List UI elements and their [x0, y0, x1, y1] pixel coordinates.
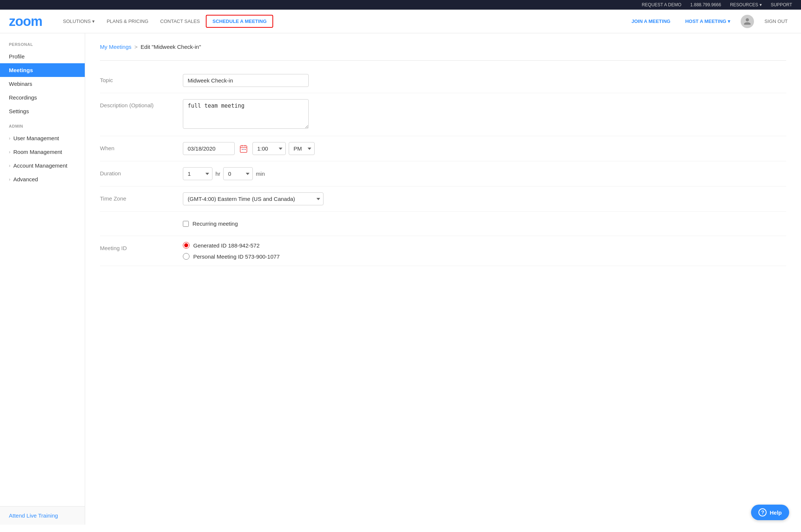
attend-live-training-link[interactable]: Attend Live Training — [9, 512, 58, 519]
chevron-right-icon: › — [9, 149, 10, 155]
meeting-id-options: Generated ID 188-942-572 Personal Meetin… — [183, 242, 786, 260]
sidebar-item-profile[interactable]: Profile — [0, 50, 85, 63]
form-section: Topic Description (Optional) full team m… — [100, 60, 786, 273]
when-row: When — [100, 136, 786, 161]
personal-id-row: Personal Meeting ID 573-900-1077 — [183, 253, 786, 260]
time-select[interactable]: 12:00 12:30 1:00 1:30 2:00 — [252, 142, 286, 155]
help-icon: ? — [758, 508, 767, 516]
topic-input[interactable] — [183, 74, 309, 87]
schedule-meeting-nav[interactable]: SCHEDULE A MEETING — [206, 15, 273, 28]
resources-link[interactable]: RESOURCES ▾ — [730, 2, 762, 7]
support-link[interactable]: SUPPORT — [771, 2, 792, 7]
min-unit-label: min — [256, 171, 265, 177]
description-control: full team meeting — [183, 99, 786, 130]
user-icon — [743, 17, 751, 26]
chevron-right-icon: › — [9, 136, 10, 141]
sidebar-item-room-management[interactable]: › Room Management — [0, 145, 85, 159]
sidebar-item-recordings[interactable]: Recordings — [0, 91, 85, 104]
timezone-control: (GMT-4:00) Eastern Time (US and Canada) … — [183, 192, 786, 205]
sidebar-item-advanced[interactable]: › Advanced — [0, 172, 85, 186]
duration-control: 0 1 2 3 4 hr 0 15 30 45 m — [183, 167, 786, 180]
chevron-down-icon: ▾ — [92, 18, 95, 24]
duration-hr-select[interactable]: 0 1 2 3 4 — [183, 167, 212, 180]
timezone-row: Time Zone (GMT-4:00) Eastern Time (US an… — [100, 186, 786, 212]
sidebar-item-meetings[interactable]: Meetings — [0, 63, 85, 77]
calendar-button[interactable] — [238, 143, 249, 155]
meeting-id-row: Meeting ID Generated ID 188-942-572 Pers… — [100, 236, 786, 266]
nav-links: SOLUTIONS ▾ PLANS & PRICING CONTACT SALE… — [57, 10, 627, 33]
duration-row: Duration 0 1 2 3 4 hr 0 15 — [100, 161, 786, 186]
calendar-icon — [239, 144, 248, 153]
chevron-down-icon: ▾ — [728, 18, 730, 24]
breadcrumb-my-meetings[interactable]: My Meetings — [100, 44, 131, 50]
main-content: My Meetings > Edit "Midweek Check-in" To… — [85, 33, 801, 525]
breadcrumb-separator: > — [134, 44, 138, 50]
sidebar-bottom: Attend Live Training — [0, 506, 85, 525]
topic-label: Topic — [100, 74, 174, 83]
chevron-down-icon: ▾ — [760, 2, 762, 7]
solutions-nav[interactable]: SOLUTIONS ▾ — [57, 10, 101, 33]
breadcrumb: My Meetings > Edit "Midweek Check-in" — [100, 44, 786, 50]
description-row: Description (Optional) full team meeting — [100, 93, 786, 136]
zoom-logo[interactable]: zoom — [9, 14, 42, 29]
breadcrumb-current: Edit "Midweek Check-in" — [141, 44, 201, 50]
date-input[interactable] — [183, 142, 235, 155]
duration-controls: 0 1 2 3 4 hr 0 15 30 45 m — [183, 167, 786, 180]
phone-link[interactable]: 1.888.799.9666 — [690, 2, 721, 7]
avatar[interactable] — [741, 15, 754, 28]
request-demo-link[interactable]: REQUEST A DEMO — [642, 2, 681, 7]
personal-id-label[interactable]: Personal Meeting ID 573-900-1077 — [193, 253, 279, 260]
hr-unit-label: hr — [215, 171, 220, 177]
sidebar-item-webinars[interactable]: Webinars — [0, 77, 85, 91]
help-button[interactable]: ? Help — [751, 505, 789, 520]
sidebar-item-settings[interactable]: Settings — [0, 104, 85, 118]
recurring-checkbox[interactable] — [183, 221, 189, 227]
sidebar-item-user-management[interactable]: › User Management — [0, 131, 85, 145]
main-nav: zoom SOLUTIONS ▾ PLANS & PRICING CONTACT… — [0, 10, 801, 33]
chevron-right-icon: › — [9, 177, 10, 182]
when-controls: 12:00 12:30 1:00 1:30 2:00 AM PM — [183, 142, 786, 155]
contact-sales-nav[interactable]: CONTACT SALES — [154, 10, 206, 33]
page-layout: PERSONAL Profile Meetings Webinars Recor… — [0, 33, 801, 525]
admin-section-label: ADMIN — [0, 118, 85, 131]
generated-id-label[interactable]: Generated ID 188-942-572 — [193, 242, 259, 249]
recurring-checkbox-row: Recurring meeting — [183, 218, 786, 230]
topic-row: Topic — [100, 68, 786, 93]
personal-id-radio[interactable] — [183, 253, 190, 260]
ampm-select[interactable]: AM PM — [289, 142, 315, 155]
svg-rect-5 — [243, 149, 244, 150]
recurring-control: Recurring meeting — [183, 218, 786, 230]
chevron-right-icon: › — [9, 163, 10, 168]
duration-label: Duration — [100, 167, 174, 176]
join-meeting-nav[interactable]: JOIN A MEETING — [627, 18, 675, 24]
recurring-checkbox-label[interactable]: Recurring meeting — [192, 220, 238, 227]
timezone-select[interactable]: (GMT-4:00) Eastern Time (US and Canada) … — [183, 192, 324, 205]
duration-min-select[interactable]: 0 15 30 45 — [223, 167, 253, 180]
sidebar-item-account-management[interactable]: › Account Management — [0, 159, 85, 172]
nav-right: JOIN A MEETING HOST A MEETING ▾ SIGN OUT — [627, 15, 792, 28]
top-bar: REQUEST A DEMO 1.888.799.9666 RESOURCES … — [0, 0, 801, 10]
when-label: When — [100, 142, 174, 151]
meeting-id-control: Generated ID 188-942-572 Personal Meetin… — [183, 242, 786, 260]
topic-control — [183, 74, 786, 87]
sidebar: PERSONAL Profile Meetings Webinars Recor… — [0, 33, 85, 525]
host-meeting-nav[interactable]: HOST A MEETING ▾ — [681, 18, 735, 24]
svg-rect-4 — [242, 149, 243, 150]
meeting-id-label: Meeting ID — [100, 242, 174, 251]
timezone-label: Time Zone — [100, 192, 174, 202]
recurring-row: Recurring meeting — [100, 212, 786, 236]
svg-rect-6 — [245, 149, 246, 150]
description-label: Description (Optional) — [100, 99, 174, 108]
generated-id-row: Generated ID 188-942-572 — [183, 242, 786, 249]
description-input[interactable]: full team meeting — [183, 99, 309, 129]
generated-id-radio[interactable] — [183, 242, 190, 249]
recurring-label-spacer — [100, 218, 174, 220]
personal-section-label: PERSONAL — [0, 42, 85, 50]
plans-nav[interactable]: PLANS & PRICING — [101, 10, 154, 33]
sign-out-nav[interactable]: SIGN OUT — [760, 18, 792, 24]
when-control: 12:00 12:30 1:00 1:30 2:00 AM PM — [183, 142, 786, 155]
